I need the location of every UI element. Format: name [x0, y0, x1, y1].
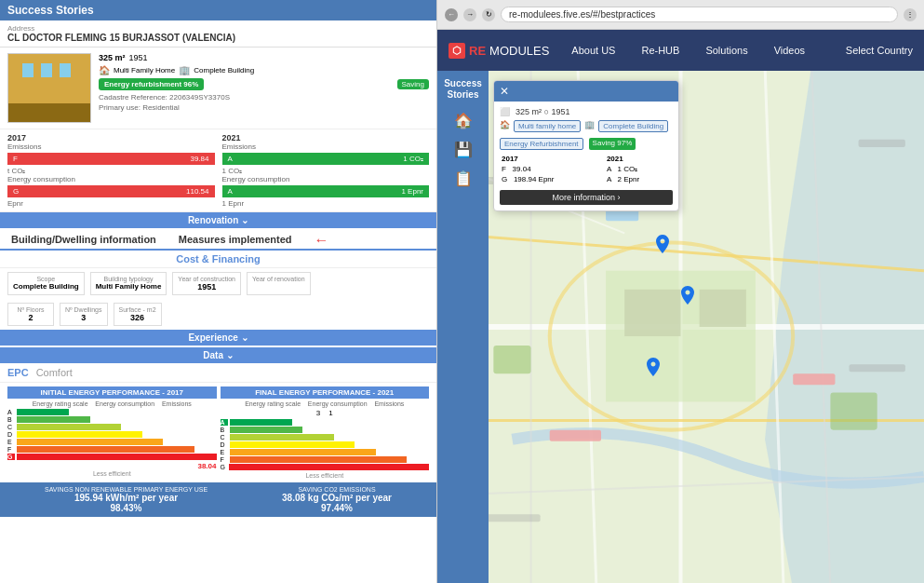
- popup-data-table: 2017 2021 F 39.04 A 1 CO₂ G 198.94 Epnr …: [500, 154, 673, 184]
- popup-energy-refurb: Energy Refurbishment: [500, 138, 583, 150]
- popup-close-icon[interactable]: ✕: [500, 85, 509, 98]
- stat-energy-value: 195.94 kWh/m² per year: [45, 493, 208, 503]
- epc-initial-subtitle: Energy rating scale Energy consumption E…: [7, 400, 217, 407]
- area-value: 325 m²: [99, 53, 126, 62]
- map-container[interactable]: Success Stories 🏠 💾 📋 ✕ ⬜ 325 m² ○ 1951: [437, 71, 924, 583]
- epc-initial-bars: A B C D E F G: [7, 409, 217, 460]
- svg-rect-23: [793, 373, 835, 385]
- scope-value: Complete Building: [13, 282, 79, 291]
- year-renovation-label: Year of renovation: [252, 276, 305, 282]
- nav-about[interactable]: About US: [568, 43, 619, 58]
- tab-measures[interactable]: Measures implemented: [175, 232, 296, 249]
- epc-final-values: 3 1: [221, 409, 430, 417]
- site-header: ⬡ RE MODULES About US Re-HUB Solutions V…: [437, 30, 924, 71]
- dwellings-box: Nº Dwellings 3: [60, 303, 108, 326]
- popup-row1-label: F 39.04: [500, 164, 605, 174]
- browser-back-btn[interactable]: ←: [445, 8, 458, 21]
- logo-re-icon: ⬡: [449, 43, 465, 59]
- experience-header[interactable]: Experience ⌄: [0, 330, 436, 346]
- building-section: 325 m² 1951 🏠 Multi Family Home 🏢 Comple…: [0, 47, 436, 129]
- building-tabs: Building/Dwelling information Measures i…: [0, 228, 436, 251]
- home-icon: 🏠: [99, 65, 110, 75]
- epc-initial-title: INITIAL ENERGY PERFORMANCE - 2017: [7, 386, 217, 399]
- right-panel: ← → ↻ re-modulees.five.es/#/bestpractice…: [437, 0, 924, 583]
- energy-bar-green: A1 Epnr: [222, 185, 430, 197]
- data-header[interactable]: Data ⌄: [0, 347, 436, 363]
- popup-row1-2021: A 1 CO₂: [605, 164, 673, 174]
- stat-co2-label: SAVING CO2 EMISSIONS: [282, 486, 392, 493]
- year-renovation-box: Year of renovation: [247, 272, 311, 295]
- scope-label: Scope: [13, 276, 79, 282]
- building-details-row: Scope Complete Building Building typolog…: [0, 268, 436, 299]
- nav-rehub[interactable]: Re-HUB: [637, 43, 683, 58]
- popup-header: ✕: [494, 81, 678, 102]
- building-type-value: Multi Family Home: [96, 282, 162, 291]
- popup-refurb-row: Energy Refurbishment Saving 97%: [500, 138, 673, 150]
- dwellings-label: Nº Dwellings: [65, 306, 102, 313]
- surface-box: Surface - m2 326: [114, 303, 162, 326]
- epc-tabs: EPC Comfort: [0, 363, 436, 383]
- epc-final-label: Less efficient: [221, 472, 430, 479]
- tab-comfort[interactable]: Comfort: [36, 367, 73, 378]
- svg-rect-20: [850, 364, 905, 372]
- svg-rect-19: [859, 140, 905, 147]
- year-construction-label: Year of construction: [178, 276, 235, 282]
- nav-solutions[interactable]: Solutions: [702, 43, 751, 58]
- building-type: Multi Family Home: [114, 66, 175, 75]
- select-country[interactable]: Select Country: [846, 45, 913, 56]
- nav-videos[interactable]: Videos: [770, 43, 809, 58]
- bottom-stats: SAVINGS NON RENEWABLE PRIMARY ENERGY USE…: [0, 482, 436, 517]
- primary-use: Primary use: Residential: [99, 103, 429, 112]
- popup-building-icon: 🏢: [584, 120, 595, 132]
- browser-forward-btn[interactable]: →: [463, 8, 476, 21]
- building-meta-row: 325 m² 1951: [99, 53, 429, 62]
- cost-financing-tab[interactable]: Cost & Financing: [0, 251, 436, 268]
- browser-menu-btn[interactable]: ⋮: [904, 8, 917, 21]
- floors-label: Nº Floors: [13, 306, 48, 313]
- svg-rect-22: [606, 210, 638, 221]
- popup-more-info-btn[interactable]: More information ›: [500, 190, 673, 205]
- ss-home-icon[interactable]: 🏠: [454, 112, 473, 129]
- building-type-row: 🏠 Multi Family Home 🏢 Complete Building: [99, 65, 429, 75]
- ss-copy-icon[interactable]: 📋: [454, 169, 473, 187]
- building-scope: Complete Building: [194, 66, 254, 75]
- building-dimensions-row: Nº Floors 2 Nº Dwellings 3 Surface - m2 …: [0, 299, 436, 330]
- browser-refresh-btn[interactable]: ↻: [482, 8, 495, 21]
- epc-final-subtitle: Energy rating scale Energy consumption E…: [221, 400, 430, 407]
- popup-saving: Saving 97%: [589, 138, 636, 150]
- building-image: [7, 53, 91, 123]
- browser-chrome: ← → ↻ re-modulees.five.es/#/bestpractice…: [437, 0, 924, 30]
- popup-multi-family: Multi family home: [514, 120, 581, 132]
- browser-url-bar[interactable]: re-modulees.five.es/#/bestpractices: [501, 7, 898, 22]
- surface-value: 326: [119, 313, 156, 322]
- map-marker-1[interactable]: [656, 235, 669, 253]
- popup-card: ✕ ⬜ 325 m² ○ 1951 🏠 Multi family home 🏢 …: [493, 80, 679, 211]
- emission-bar-green: A1 CO₂: [222, 153, 430, 165]
- map-marker-2[interactable]: [681, 286, 694, 305]
- ss-save-icon[interactable]: 💾: [454, 141, 473, 158]
- popup-area-year: 325 m² ○ 1951: [516, 107, 569, 116]
- building-facade: [8, 54, 90, 122]
- emission-2021: 2021 Emissions A1 CO₂ 1 CO₂ Energy consu…: [222, 133, 430, 208]
- floors-value: 2: [13, 313, 48, 322]
- epc-final-block: FINAL ENERGY PERFORMANCE - 2021 Energy r…: [221, 386, 430, 479]
- stat-energy-label: SAVINGS NON RENEWABLE PRIMARY ENERGY USE: [45, 486, 208, 493]
- map-marker-3[interactable]: [647, 358, 660, 376]
- stat-co2: SAVING CO2 EMISSIONS 38.08 kg CO₂/m² per…: [282, 486, 392, 513]
- renovation-header[interactable]: Renovation ⌄: [0, 212, 436, 228]
- year-construction-box: Year of construction 1951: [172, 272, 241, 295]
- year-2017-label: 2017: [7, 133, 215, 142]
- svg-rect-16: [493, 346, 530, 373]
- tab-building-info[interactable]: Building/Dwelling information: [7, 232, 160, 249]
- emissions-section: 2017 Emissions F39.84 t CO₂ Energy consu…: [0, 129, 436, 212]
- popup-stats-row: ⬜ 325 m² ○ 1951: [500, 107, 673, 116]
- tab-epc[interactable]: EPC: [7, 367, 29, 378]
- floors-box: Nº Floors 2: [7, 303, 54, 326]
- cadre-ref: Cadastre Reference: 2206349SY3370S: [99, 93, 429, 102]
- popup-body: ⬜ 325 m² ○ 1951 🏠 Multi family home 🏢 Co…: [494, 102, 678, 210]
- dwellings-value: 3: [65, 313, 102, 322]
- year-construction-value: 1951: [178, 282, 235, 292]
- building-type-box: Building typology Multi Family Home: [90, 272, 167, 295]
- logo-modules-text: MODULES: [489, 44, 549, 58]
- svg-rect-11: [700, 290, 746, 327]
